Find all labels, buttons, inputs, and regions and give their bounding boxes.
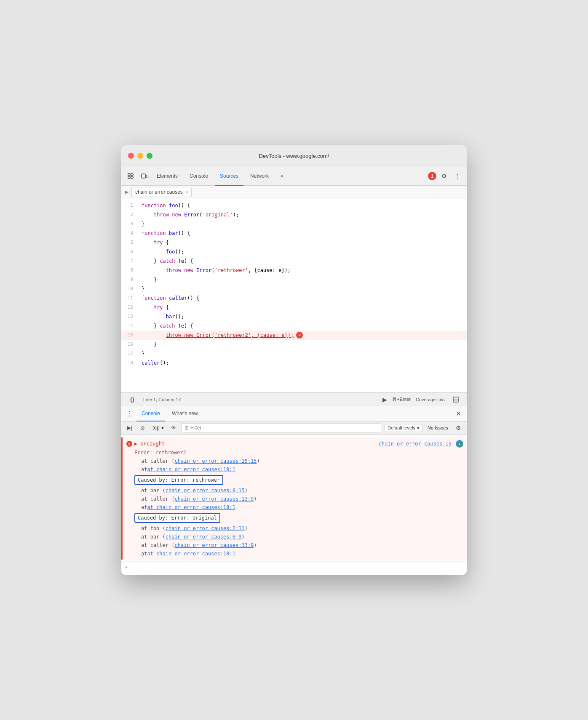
close-button[interactable] xyxy=(128,153,134,159)
error-count-badge: 1 xyxy=(428,172,436,180)
sidebar-toggle-icon[interactable]: ▶| xyxy=(125,189,130,195)
code-line-11: 11 function caller() { xyxy=(121,293,467,303)
console-prompt[interactable]: › xyxy=(121,561,467,573)
file-tab-close-icon[interactable]: × xyxy=(185,189,188,195)
tab-elements[interactable]: Elements xyxy=(152,167,183,186)
at-chain-link-1[interactable]: at chain or error causes:18:1 xyxy=(147,466,235,473)
at-chain-line-3: at at chain or error causes:18:1 xyxy=(126,549,463,558)
device-toggle-button[interactable] xyxy=(138,170,150,182)
more-options-button[interactable]: ⋮ xyxy=(452,170,463,182)
caused-by-label-2: Caused by: Error: original xyxy=(134,513,220,523)
svg-rect-6 xyxy=(453,397,458,402)
error-block: ✕ ▶ Uncaught chain or error causes:15 ✦ … xyxy=(121,437,467,560)
file-tab[interactable]: chain or error causes × xyxy=(131,187,192,197)
svg-rect-0 xyxy=(128,173,130,176)
inspect-icon-button[interactable] xyxy=(125,170,136,182)
at-bar-link-2[interactable]: chain or error causes:6:9 xyxy=(166,533,242,541)
format-button[interactable]: {} xyxy=(126,394,138,405)
at-bar-link-1[interactable]: chain or error causes:8:15 xyxy=(166,487,245,494)
tab-console-panel[interactable]: Console xyxy=(136,406,165,421)
file-tab-bar: ▶| chain or error causes × xyxy=(121,186,467,199)
at-bar-line-2: at bar (chain or error causes:6:9) xyxy=(126,533,463,541)
code-line-2: 2 throw new Error('original'); xyxy=(121,210,467,219)
tab-more[interactable]: » xyxy=(275,167,289,186)
code-line-6: 6 foo(); xyxy=(121,247,467,256)
svg-rect-4 xyxy=(142,174,145,178)
console-tabs: ⋮ Console What's new ✕ xyxy=(121,406,467,421)
code-line-15: 15 throw new Error('rethrower2', {cause:… xyxy=(121,331,467,340)
run-button[interactable]: ▶ xyxy=(382,396,387,403)
tab-whats-new[interactable]: What's new xyxy=(167,406,203,421)
code-line-9: 9 } xyxy=(121,275,467,284)
devtools-window: DevTools - www.google.com/ Elements Cons… xyxy=(121,145,467,575)
caused-by-label-1: Caused by: Error: rethrower xyxy=(134,475,223,485)
at-foo-link[interactable]: chain or error causes:2:11 xyxy=(166,525,245,532)
code-line-1: 1 function foo() { xyxy=(121,201,467,210)
code-line-3: 3 } xyxy=(121,219,467,229)
tab-sources[interactable]: Sources xyxy=(215,167,243,186)
console-output: ✕ ▶ Uncaught chain or error causes:15 ✦ … xyxy=(121,435,467,575)
at-caller-line-2: at caller (chain or error causes:13:9) xyxy=(126,495,463,503)
at-chain-link-2[interactable]: at chain or error causes:18:1 xyxy=(147,504,235,511)
at-caller-line-3: at caller (chain or error causes:13:9) xyxy=(126,541,463,549)
code-line-7: 7 } catch (e) { xyxy=(121,256,467,266)
at-caller-link-2[interactable]: chain or error causes:13:9 xyxy=(174,495,254,503)
svg-rect-1 xyxy=(128,176,130,179)
error-circle-icon: ✕ xyxy=(126,441,132,447)
maximize-button[interactable] xyxy=(147,153,152,159)
code-line-10: 10 } xyxy=(121,284,467,293)
error-badge-area: 1 xyxy=(428,172,436,180)
settings-button[interactable]: ⚙ xyxy=(438,170,450,182)
error-text-1: Error: rethrower2 xyxy=(134,449,186,456)
at-caller-link-3[interactable]: chain or error causes:13:9 xyxy=(174,541,254,549)
status-bar: {} Line 1, Column 17 ▶ ⌘+Enter Coverage:… xyxy=(121,393,467,406)
drawer-icon xyxy=(453,397,459,403)
code-line-17: 17 } xyxy=(121,349,467,358)
tab-console[interactable]: Console xyxy=(184,167,213,186)
svg-rect-3 xyxy=(131,176,133,179)
console-section: ⋮ Console What's new ✕ ▶| ⊘ top ▾ 👁 ⊞ Fi… xyxy=(121,406,467,575)
minimize-button[interactable] xyxy=(137,153,143,159)
ai-assist-icon[interactable]: ✦ xyxy=(454,440,463,448)
window-title: DevTools - www.google.com/ xyxy=(259,153,329,159)
chevron-down-icon: ▾ xyxy=(161,425,164,431)
code-line-8: 8 throw new Error('rethrower', {cause: e… xyxy=(121,266,467,275)
at-foo-line: at foo (chain or error causes:2:11) xyxy=(126,524,463,533)
window-controls xyxy=(128,153,152,159)
code-editor[interactable]: 1 function foo() { 2 throw new Error('or… xyxy=(121,199,467,393)
caused-by-original: Caused by: Error: original xyxy=(126,512,463,523)
no-issues-label: No Issues xyxy=(425,424,451,431)
cursor-position: Line 1, Column 17 xyxy=(143,397,181,402)
at-chain-line-1: at at chain or error causes:18:1 xyxy=(126,465,463,474)
file-tab-name: chain or error causes xyxy=(135,189,183,195)
drawer-toggle-button[interactable] xyxy=(450,394,462,405)
cursor-inspect-icon xyxy=(127,173,134,179)
run-shortcut: ⌘+Enter xyxy=(392,397,411,402)
log-levels-button[interactable]: Default levels ▾ xyxy=(385,424,422,432)
uncaught-label: ▶ Uncaught xyxy=(134,440,165,448)
at-caller-line-1: at caller (chain or error causes:15:15) xyxy=(126,457,463,465)
code-line-4: 4 function bar() { xyxy=(121,229,467,238)
at-bar-line-1: at bar (chain or error causes:8:15) xyxy=(126,486,463,495)
context-selector[interactable]: top ▾ xyxy=(150,424,166,432)
devtools-nav: Elements Console Sources Network » 1 ⚙ ⋮ xyxy=(121,167,467,186)
filter-area: ⊞ Filter xyxy=(182,423,382,432)
live-expressions-button[interactable]: 👁 xyxy=(169,423,179,433)
at-chain-link-3[interactable]: at chain or error causes:18:1 xyxy=(147,550,235,557)
coverage-label: Coverage: n/a xyxy=(416,397,445,402)
console-menu-button[interactable]: ⋮ xyxy=(125,408,135,419)
console-settings-button[interactable]: ⚙ xyxy=(453,423,463,433)
console-close-button[interactable]: ✕ xyxy=(453,408,463,419)
svg-rect-5 xyxy=(146,175,147,178)
caused-by-rethrower: Caused by: Error: rethrower xyxy=(126,475,463,485)
sidebar-toggle-console-button[interactable]: ▶| xyxy=(125,423,135,433)
console-toolbar: ▶| ⊘ top ▾ 👁 ⊞ Filter Default levels ▾ N… xyxy=(121,421,467,435)
prompt-arrow-icon: › xyxy=(125,563,128,571)
error-rethrower2-line: Error: rethrower2 xyxy=(126,448,463,457)
at-chain-line-2: at at chain or error causes:18:1 xyxy=(126,503,463,512)
chevron-down-icon: ▾ xyxy=(417,425,420,431)
error-source-link-1[interactable]: chain or error causes:15 xyxy=(379,440,452,448)
at-caller-link-1[interactable]: chain or error causes:15:15 xyxy=(174,457,257,465)
tab-network[interactable]: Network xyxy=(245,167,274,186)
clear-console-button[interactable]: ⊘ xyxy=(137,423,147,433)
